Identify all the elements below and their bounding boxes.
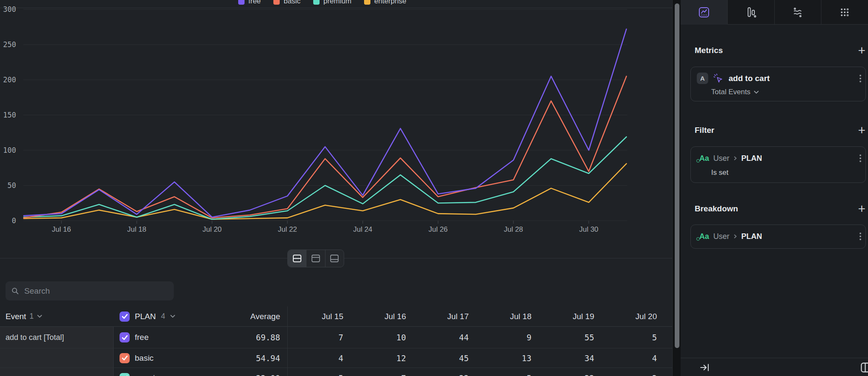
chart-only-button[interactable] xyxy=(306,250,325,267)
chart-panel: freebasicpremiumenterprise 0501001502002… xyxy=(0,0,672,376)
plan-label: basic xyxy=(135,354,153,363)
add-breakdown-button[interactable]: + xyxy=(858,203,865,214)
chevron-right-icon xyxy=(734,156,737,160)
row-checkbox-free[interactable] xyxy=(120,332,130,342)
tab-stream-chart[interactable] xyxy=(775,0,822,25)
line-chart[interactable]: 050100150200250300Jul 16Jul 18Jul 20Jul … xyxy=(0,0,672,242)
series-line-free[interactable] xyxy=(24,29,626,217)
table-only-icon xyxy=(329,254,339,263)
metrics-section-header: Metrics + xyxy=(695,44,865,57)
data-value-cell: 23 xyxy=(413,373,476,376)
breakdown-card[interactable]: Aa User PLAN xyxy=(690,224,866,249)
x-axis-label: Jul 26 xyxy=(428,225,448,233)
average-value: 54.94 xyxy=(256,354,280,363)
string-property-icon: Aa xyxy=(699,232,709,241)
date-column-header: Jul 16 xyxy=(350,312,413,321)
breakdown-options-kebab-icon[interactable] xyxy=(858,231,863,242)
metric-card-row: A add to cart xyxy=(691,73,865,84)
plan-label: free xyxy=(135,333,149,342)
x-axis-label: Jul 24 xyxy=(353,225,372,233)
filter-options-kebab-icon[interactable] xyxy=(858,153,863,164)
legend-item[interactable]: enterprise xyxy=(364,0,406,6)
check-icon xyxy=(122,335,128,340)
plan-cell: free69.88 xyxy=(114,332,287,342)
breakdown-card-row: Aa User PLAN xyxy=(691,231,865,242)
legend-item[interactable]: premium xyxy=(313,0,351,6)
check-icon xyxy=(122,314,128,319)
split-view-button[interactable] xyxy=(288,250,306,267)
line-chart-icon xyxy=(698,6,710,19)
collapse-sidebar-button[interactable] xyxy=(699,362,710,373)
data-value-cell: 44 xyxy=(413,333,476,342)
panel-toggle-button[interactable] xyxy=(860,362,868,373)
config-sidebar: Metrics + A add to cart Total Events xyxy=(681,0,868,376)
tab-bar-chart[interactable] xyxy=(728,0,775,25)
metric-card[interactable]: A add to cart Total Events xyxy=(690,67,866,101)
x-axis-label: Jul 18 xyxy=(127,225,146,233)
filter-property: PLAN xyxy=(741,154,762,163)
chevron-down-icon xyxy=(170,315,175,318)
table-only-button[interactable] xyxy=(326,250,344,267)
metric-options-kebab-icon[interactable] xyxy=(858,73,863,84)
filter-card[interactable]: Aa User PLAN Is set xyxy=(690,146,866,183)
breakdown-title: Breakdown xyxy=(695,204,738,213)
chevron-down-icon xyxy=(37,315,42,318)
x-axis-label: Jul 28 xyxy=(504,225,523,233)
average-value: 33.00 xyxy=(256,373,280,376)
chevron-right-icon xyxy=(734,234,737,239)
plan-cell: basic54.94 xyxy=(114,353,287,363)
panel-layout-icon xyxy=(860,362,868,373)
plan-column-header: PLAN 4 Average xyxy=(114,311,287,322)
metric-event-name: add to cart xyxy=(729,74,770,83)
scrollbar-thumb[interactable] xyxy=(675,3,679,348)
data-value-cell: 9 xyxy=(476,333,538,342)
filter-section-header: Filter + xyxy=(695,124,865,137)
tab-more-charts[interactable] xyxy=(821,0,868,25)
y-axis-label: 0 xyxy=(12,216,16,225)
grid-dots-icon xyxy=(839,6,851,18)
analytics-app: freebasicpremiumenterprise 0501001502002… xyxy=(0,0,868,376)
plan-select-all-checkbox[interactable] xyxy=(120,311,130,322)
legend-swatch xyxy=(364,0,370,5)
plan-cell: premium33.00 xyxy=(114,373,287,376)
filter-scope: User xyxy=(713,154,729,163)
y-axis-label: 150 xyxy=(3,111,16,119)
data-value-cell: 7 xyxy=(287,333,350,342)
measure-dropdown[interactable]: Total Events xyxy=(711,88,865,96)
table-row-basic: basic54.944124513344 xyxy=(0,348,672,368)
event-cursor-icon xyxy=(713,73,723,84)
legend-swatch xyxy=(273,0,280,5)
data-value-cell: 12 xyxy=(350,354,413,363)
filter-operator[interactable]: Is set xyxy=(711,168,865,177)
legend-item[interactable]: basic xyxy=(273,0,300,6)
plan-header-label[interactable]: PLAN xyxy=(135,312,156,321)
table-row-free: free69.88710449555 xyxy=(0,327,672,348)
collapse-right-icon xyxy=(699,362,710,373)
bar-chart-icon xyxy=(745,6,757,18)
add-filter-button[interactable]: + xyxy=(858,125,865,136)
data-value-cell: 45 xyxy=(413,354,476,363)
data-value-cell: 5 xyxy=(287,373,350,376)
series-line-premium[interactable] xyxy=(24,137,626,219)
search-input[interactable] xyxy=(23,286,168,296)
data-value-cell: 13 xyxy=(476,354,538,363)
data-value-cell: 10 xyxy=(350,333,413,342)
row-checkbox-premium[interactable] xyxy=(120,373,130,376)
tab-line-chart[interactable] xyxy=(681,0,728,25)
metrics-title: Metrics xyxy=(695,46,723,55)
average-value: 69.88 xyxy=(256,333,280,342)
search-icon xyxy=(11,287,19,295)
row-checkbox-basic[interactable] xyxy=(120,353,130,363)
date-column-header: Jul 19 xyxy=(538,312,601,321)
event-column-header[interactable]: Event 1 xyxy=(0,312,114,321)
vertical-scrollbar xyxy=(672,0,681,376)
legend-item[interactable]: free xyxy=(238,0,261,6)
add-metric-button[interactable]: + xyxy=(858,45,865,56)
data-value-cell: 4 xyxy=(601,354,664,363)
event-header-label: Event xyxy=(6,312,26,321)
y-axis-label: 100 xyxy=(3,146,16,154)
legend-label: free xyxy=(248,0,261,6)
check-icon xyxy=(122,355,128,361)
y-axis-label: 200 xyxy=(3,76,16,84)
table-body: free69.88710449555basic54.944124513344pr… xyxy=(0,327,672,376)
